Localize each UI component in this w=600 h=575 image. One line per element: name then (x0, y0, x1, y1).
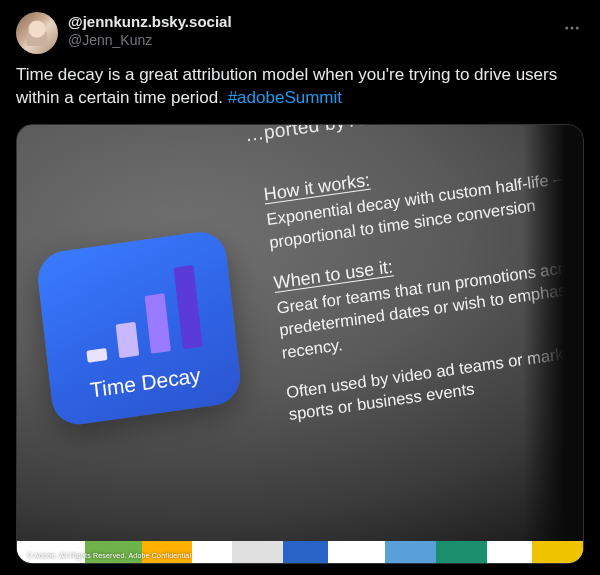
time-decay-card: Time Decay (35, 228, 243, 427)
bar-chart-icon (78, 265, 202, 363)
tweet-header: @jennkunz.bsky.social @Jenn_Kunz (16, 12, 584, 54)
media-attachment[interactable]: …ported by Attribution IQ Time Decay How… (16, 124, 584, 564)
photo-right-shadow (523, 125, 583, 563)
slide-footer-text: © Adobe. All Rights Reserved. Adobe Conf… (27, 552, 191, 559)
hashtag-link[interactable]: #adobeSummit (228, 88, 342, 107)
tweet-text: Time decay is a great attribution model … (16, 64, 584, 110)
svg-point-0 (565, 27, 568, 30)
user-handle: @Jenn_Kunz (68, 32, 232, 50)
slide-photo: …ported by Attribution IQ Time Decay How… (17, 125, 583, 563)
ellipsis-icon (563, 19, 581, 37)
slide-top-caption: …ported by Attribution IQ (244, 124, 465, 147)
card-label: Time Decay (89, 363, 202, 402)
tweet-container: @jennkunz.bsky.social @Jenn_Kunz Time de… (0, 0, 600, 564)
svg-point-1 (571, 27, 574, 30)
svg-point-2 (576, 27, 579, 30)
display-name: @jennkunz.bsky.social (68, 13, 232, 32)
user-names[interactable]: @jennkunz.bsky.social @Jenn_Kunz (68, 12, 232, 49)
slide-content: …ported by Attribution IQ Time Decay How… (16, 124, 584, 564)
more-button[interactable] (556, 12, 588, 44)
avatar[interactable] (16, 12, 58, 54)
